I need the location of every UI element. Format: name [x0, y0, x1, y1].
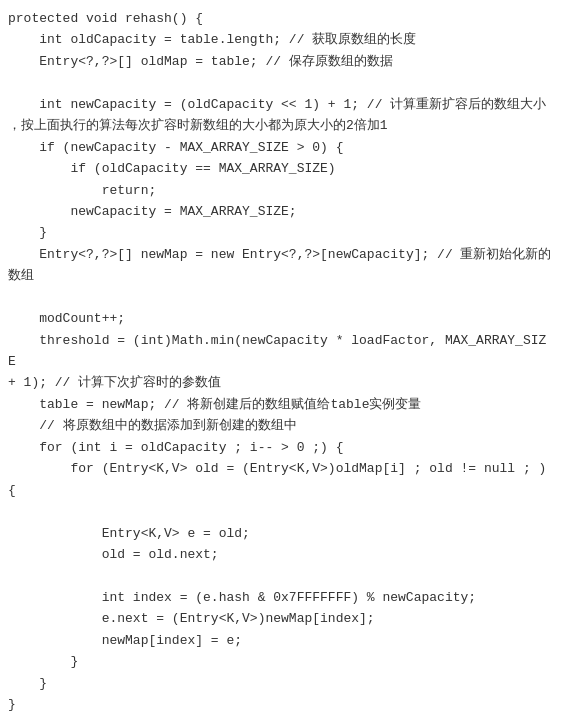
code-line: + 1); // 计算下次扩容时的参数值 [8, 372, 552, 393]
code-line: { [8, 480, 552, 501]
code-line: return; [8, 180, 552, 201]
code-line: for (int i = oldCapacity ; i-- > 0 ;) { [8, 437, 552, 458]
code-line: e.next = (Entry<K,V>)newMap[index]; [8, 608, 552, 629]
code-line: for (Entry<K,V> old = (Entry<K,V>)oldMap… [8, 458, 552, 479]
code-line: protected void rehash() { [8, 8, 552, 29]
code-line: Entry<?,?>[] newMap = new Entry<?,?>[new… [8, 244, 552, 265]
code-line [8, 287, 552, 308]
code-block: protected void rehash() { int oldCapacit… [0, 0, 564, 718]
code-line: if (oldCapacity == MAX_ARRAY_SIZE) [8, 158, 552, 179]
code-line: Entry<K,V> e = old; [8, 523, 552, 544]
code-line: modCount++; [8, 308, 552, 329]
code-line: newMap[index] = e; [8, 630, 552, 651]
code-line: int index = (e.hash & 0x7FFFFFFF) % newC… [8, 587, 552, 608]
code-line: } [8, 222, 552, 243]
code-line: } [8, 673, 552, 694]
code-line: table = newMap; // 将新创建后的数组赋值给table实例变量 [8, 394, 552, 415]
code-line: // 将原数组中的数据添加到新创建的数组中 [8, 415, 552, 436]
code-line [8, 565, 552, 586]
code-line: newCapacity = MAX_ARRAY_SIZE; [8, 201, 552, 222]
code-line: Entry<?,?>[] oldMap = table; // 保存原数组的数据 [8, 51, 552, 72]
code-line [8, 72, 552, 93]
code-line [8, 501, 552, 522]
code-line: if (newCapacity - MAX_ARRAY_SIZE > 0) { [8, 137, 552, 158]
code-line: threshold = (int)Math.min(newCapacity * … [8, 330, 552, 373]
code-line: ，按上面执行的算法每次扩容时新数组的大小都为原大小的2倍加1 [8, 115, 552, 136]
code-line: } [8, 651, 552, 672]
code-line: old = old.next; [8, 544, 552, 565]
code-line: } [8, 694, 552, 715]
code-line: int oldCapacity = table.length; // 获取原数组… [8, 29, 552, 50]
code-line: int newCapacity = (oldCapacity << 1) + 1… [8, 94, 552, 115]
code-line: 数组 [8, 265, 552, 286]
